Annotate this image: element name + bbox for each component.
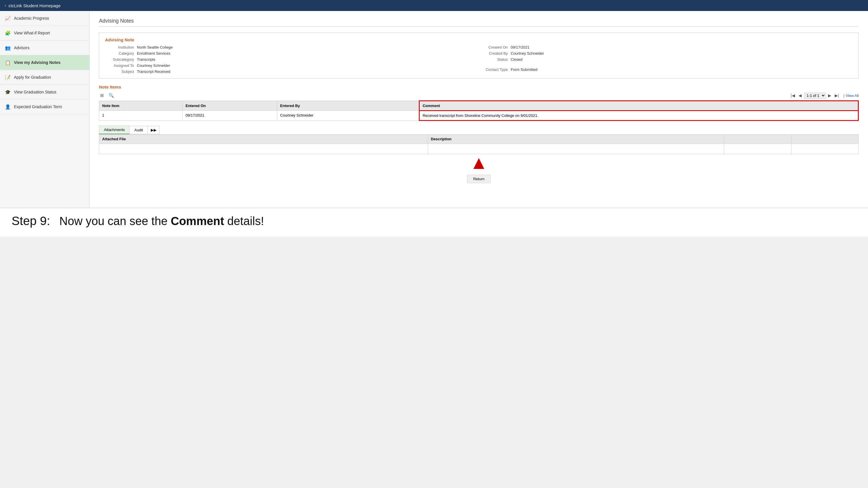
return-button-container: Return bbox=[99, 171, 859, 183]
main-layout: 📈Academic Progress🧩View What-if Report👥A… bbox=[0, 11, 868, 208]
col-entered-by: Entered By bbox=[277, 101, 419, 111]
first-page-button[interactable]: |◀ bbox=[789, 93, 796, 98]
prev-page-button[interactable]: ◀ bbox=[797, 93, 803, 98]
status-value: Closed bbox=[511, 57, 522, 62]
created-by-field: Created By Courtney Schneider bbox=[479, 51, 853, 56]
top-nav-bar: ‹ ctcLink Student Homepage bbox=[0, 0, 868, 11]
table-view-icon[interactable]: ⊞ bbox=[99, 92, 105, 99]
attachments-table: Attached File Description bbox=[99, 134, 859, 154]
sidebar-item-label-view-what-if-report: View What-if Report bbox=[14, 31, 50, 35]
created-by-value: Courtney Schneider bbox=[511, 51, 544, 56]
comment-cell: Received transcript from Shoreline Commu… bbox=[420, 111, 859, 121]
col-description: Description bbox=[428, 134, 724, 144]
entered-by-cell: Courtney Schneider bbox=[277, 111, 419, 121]
table-toolbar: ⊞ 🔍 |◀ ◀ 1-1 of 1 ▶ ▶| | View All bbox=[99, 92, 859, 99]
contact-type-field: Contact Type Form Submitted bbox=[479, 67, 853, 72]
extra2-empty bbox=[791, 144, 859, 154]
subject-label: Subject bbox=[105, 69, 134, 74]
col-extra1 bbox=[724, 134, 791, 144]
sidebar-item-view-graduation-status[interactable]: 🎓View Graduation Status bbox=[0, 85, 89, 99]
note-fields-grid: Institution North Seattle College Catego… bbox=[105, 45, 852, 74]
col-extra2 bbox=[791, 134, 859, 144]
sidebar-item-view-what-if-report[interactable]: 🧩View What-if Report bbox=[0, 26, 89, 40]
advisors-icon: 👥 bbox=[5, 44, 11, 51]
institution-label: Institution bbox=[105, 45, 134, 50]
contact-type-value: Form Submitted bbox=[511, 67, 537, 72]
apply-for-graduation-icon: 📝 bbox=[5, 74, 11, 80]
note-items-section: Note Items ⊞ 🔍 |◀ ◀ 1-1 of 1 ▶ ▶| | View… bbox=[99, 85, 859, 183]
attached-file-empty bbox=[99, 144, 428, 154]
sidebar-item-advisors[interactable]: 👥Advisors bbox=[0, 40, 89, 55]
sidebar-item-label-view-my-advising-notes: View my Advising Notes bbox=[14, 60, 61, 65]
created-on-label: Created On bbox=[479, 45, 508, 50]
sidebar-item-label-apply-for-graduation: Apply for Graduation bbox=[14, 75, 51, 79]
step-desc-prefix: Now you can see the bbox=[59, 215, 171, 227]
return-button[interactable]: Return bbox=[467, 175, 491, 183]
tab-audit[interactable]: Audit bbox=[129, 126, 148, 134]
subcategory-label: Subcategory bbox=[105, 57, 134, 62]
view-graduation-status-icon: 🎓 bbox=[5, 89, 11, 95]
sidebar-item-label-expected-graduation-term: Expected Graduation Term bbox=[14, 104, 62, 109]
attachments-header-row: Attached File Description bbox=[99, 134, 859, 144]
search-icon[interactable]: 🔍 bbox=[107, 92, 115, 99]
page-title: Advising Notes bbox=[99, 18, 859, 27]
red-up-arrow-icon: ▲ bbox=[470, 155, 488, 170]
sidebar: 📈Academic Progress🧩View What-if Report👥A… bbox=[0, 11, 90, 208]
sidebar-item-academic-progress[interactable]: 📈Academic Progress bbox=[0, 11, 89, 26]
assigned-to-value: Courtney Schneider bbox=[137, 63, 170, 68]
tab-attachments[interactable]: Attachments bbox=[99, 126, 130, 134]
entered-on-cell: 09/17/2021 bbox=[182, 111, 277, 121]
institution-field: Institution North Seattle College bbox=[105, 45, 479, 50]
expected-graduation-term-icon: 👤 bbox=[5, 103, 11, 110]
academic-progress-icon: 📈 bbox=[5, 15, 11, 22]
last-page-button[interactable]: ▶| bbox=[834, 93, 840, 98]
step-desc-bold: Comment bbox=[171, 215, 224, 227]
tabs-row: Attachments Audit ▶▶ bbox=[99, 126, 859, 134]
sidebar-item-expected-graduation-term[interactable]: 👤Expected Graduation Term bbox=[0, 99, 89, 114]
created-on-field: Created On 09/17/2021 bbox=[479, 45, 853, 50]
sidebar-item-label-view-graduation-status: View Graduation Status bbox=[14, 90, 56, 94]
table-header-row: Note Item Entered On Entered By Comment bbox=[99, 101, 859, 111]
view-what-if-report-icon: 🧩 bbox=[5, 30, 11, 36]
note-items-table: Note Item Entered On Entered By Comment … bbox=[99, 100, 859, 121]
note-items-section-title: Note Items bbox=[99, 85, 859, 89]
category-value: Enrollment Services bbox=[137, 51, 170, 56]
sidebar-item-apply-for-graduation[interactable]: 📝Apply for Graduation bbox=[0, 70, 89, 85]
col-note-item: Note Item bbox=[99, 101, 183, 111]
subject-value: Transcript Received bbox=[137, 69, 170, 74]
note-fields-left: Institution North Seattle College Catego… bbox=[105, 45, 479, 74]
page-select[interactable]: 1-1 of 1 bbox=[804, 93, 826, 99]
sidebar-item-label-academic-progress: Academic Progress bbox=[14, 16, 49, 21]
created-by-label: Created By bbox=[479, 51, 508, 56]
category-label: Category bbox=[105, 51, 134, 56]
next-page-button[interactable]: ▶ bbox=[827, 93, 832, 98]
subcategory-field: Subcategory Transcripts bbox=[105, 57, 479, 62]
advising-note-section-title: Advising Note bbox=[105, 37, 852, 42]
tab-expand-icon[interactable]: ▶▶ bbox=[148, 126, 160, 134]
step-desc-suffix: details! bbox=[224, 215, 264, 227]
created-on-value: 09/17/2021 bbox=[511, 45, 530, 50]
assigned-to-field: Assigned To Courtney Schneider bbox=[105, 63, 479, 68]
note-fields-right: Created On 09/17/2021 Created By Courtne… bbox=[479, 45, 853, 74]
category-field: Category Enrollment Services bbox=[105, 51, 479, 56]
note-item-cell: 1 bbox=[99, 111, 183, 121]
sidebar-item-view-my-advising-notes[interactable]: 📋View my Advising Notes bbox=[0, 55, 89, 70]
view-all-link[interactable]: View All bbox=[846, 93, 859, 98]
back-arrow-icon[interactable]: ‹ bbox=[5, 3, 6, 8]
status-field: Status Closed bbox=[479, 57, 853, 62]
institution-value: North Seattle College bbox=[137, 45, 173, 50]
status-label: Status bbox=[479, 57, 508, 62]
extra1-empty bbox=[724, 144, 791, 154]
pagination-controls: |◀ ◀ 1-1 of 1 ▶ ▶| | View All bbox=[789, 93, 859, 99]
step-label: Step 9: bbox=[11, 214, 50, 228]
content-area: Advising Notes Advising Note Institution… bbox=[90, 11, 868, 208]
red-arrow-annotation: ▲ bbox=[99, 155, 859, 170]
top-nav-title: ctcLink Student Homepage bbox=[8, 3, 61, 8]
assigned-to-label: Assigned To bbox=[105, 63, 134, 68]
subcategory-value: Transcripts bbox=[137, 57, 155, 62]
advising-note-card: Advising Note Institution North Seattle … bbox=[99, 32, 859, 79]
step-description: Now you can see the Comment details! bbox=[59, 215, 264, 228]
sidebar-item-label-advisors: Advisors bbox=[14, 45, 30, 50]
subject-field: Subject Transcript Received bbox=[105, 69, 479, 74]
contact-type-label: Contact Type bbox=[479, 67, 508, 72]
